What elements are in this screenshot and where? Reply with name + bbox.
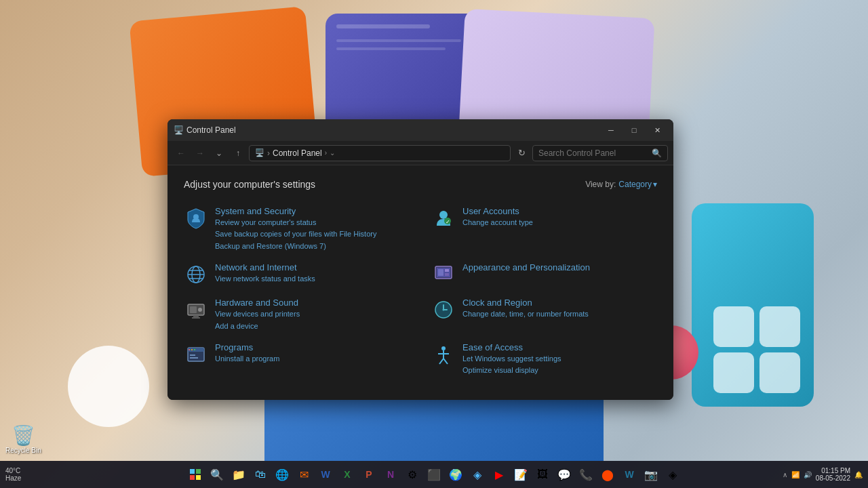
browser3-button[interactable]: 🌍 <box>446 465 465 484</box>
youtube-button[interactable]: ▶ <box>490 465 509 484</box>
system-security-name[interactable]: System and Security <box>215 206 376 216</box>
category-clock[interactable]: Clock and Region Change date, time, or n… <box>431 298 657 331</box>
photos-button[interactable]: 🖼 <box>533 465 552 484</box>
hardware-name[interactable]: Hardware and Sound <box>215 298 300 308</box>
current-time: 01:15 PM <box>821 467 850 474</box>
minimize-button[interactable]: ─ <box>600 123 622 137</box>
navigation-bar: ← → ⌄ ↑ 🖥️ › Control Panel › ⌄ ↻ 🔍 <box>167 141 673 165</box>
svg-line-34 <box>443 359 448 364</box>
weather-widget: 40°C Haze <box>5 467 21 482</box>
system-security-text: System and Security Review your computer… <box>215 206 376 251</box>
edge-button[interactable]: 🌐 <box>273 465 292 484</box>
svg-rect-36 <box>196 469 201 474</box>
hardware-link-2[interactable]: Add a device <box>215 321 300 331</box>
network-link-1[interactable]: View network status and tasks <box>215 274 315 284</box>
taskbar: 40°C Haze 🔍 📁 🛍 🌐 ✉ W X P N <box>0 461 868 488</box>
app-button[interactable]: ◈ <box>663 465 682 484</box>
svg-rect-24 <box>188 348 204 352</box>
close-button[interactable]: ✕ <box>646 123 668 137</box>
ease-access-link-1[interactable]: Let Windows suggest settings <box>462 354 561 364</box>
view-by-dropdown[interactable]: Category ▾ <box>618 180 657 189</box>
address-bar-icon: 🖥️ <box>255 148 264 157</box>
network-name[interactable]: Network and Internet <box>215 262 315 272</box>
search-bar[interactable]: 🔍 <box>532 145 668 161</box>
ease-access-icon <box>431 342 456 367</box>
category-network[interactable]: Network and Internet View network status… <box>184 262 410 287</box>
category-programs[interactable]: Programs Uninstall a program <box>184 342 410 376</box>
mail-button[interactable]: ✉ <box>294 465 313 484</box>
wp-button[interactable]: W <box>620 465 639 484</box>
appearance-icon <box>431 262 456 287</box>
system-security-link-3[interactable]: Backup and Restore (Windows 7) <box>215 241 376 251</box>
clock-icon <box>431 298 456 322</box>
store-button[interactable]: 🛍 <box>251 465 270 484</box>
category-appearance[interactable]: Appearance and Personalization <box>431 262 657 287</box>
programs-link-1[interactable]: Uninstall a program <box>215 354 279 364</box>
user-accounts-name[interactable]: User Accounts <box>462 206 533 216</box>
category-user-accounts[interactable]: ✓ User Accounts Change account type <box>431 206 657 251</box>
svg-line-33 <box>439 359 443 364</box>
appearance-name[interactable]: Appearance and Personalization <box>462 262 590 272</box>
word-button[interactable]: W <box>316 465 335 484</box>
terminal-button[interactable]: ⬛ <box>425 465 443 484</box>
wifi-icon[interactable]: 📶 <box>791 471 800 479</box>
user-accounts-icon: ✓ <box>431 206 456 230</box>
search-icon[interactable]: 🔍 <box>652 148 662 158</box>
ease-access-text: Ease of Access Let Windows suggest setti… <box>462 342 561 376</box>
vscode-button[interactable]: ◈ <box>468 465 487 484</box>
system-security-link-2[interactable]: Save backup copies of your files with Fi… <box>215 229 376 239</box>
svg-rect-18 <box>192 317 200 319</box>
reddit-button[interactable]: ⬤ <box>598 465 617 484</box>
taskbar-center: 🔍 📁 🛍 🌐 ✉ W X P N ⚙ ⬛ 🌍 ◈ ▶ 📝 🖼 💬 📞 ⬤ W … <box>186 465 682 484</box>
category-system-security[interactable]: System and Security Review your computer… <box>184 206 410 251</box>
ppt-button[interactable]: P <box>359 465 378 484</box>
clock-widget[interactable]: 01:15 PM 08-05-2022 <box>816 467 850 482</box>
svg-point-16 <box>198 308 202 312</box>
user-accounts-link-1[interactable]: Change account type <box>462 218 533 228</box>
address-bar[interactable]: 🖥️ › Control Panel › ⌄ <box>249 145 511 161</box>
control-panel-window: 🖥️ Control Panel ─ □ ✕ ← → ⌄ ↑ 🖥️ › Cont… <box>167 119 673 400</box>
category-ease-access[interactable]: Ease of Access Let Windows suggest setti… <box>431 342 657 376</box>
excel-button[interactable]: X <box>338 465 357 484</box>
network-icon <box>184 262 208 287</box>
ease-access-name[interactable]: Ease of Access <box>462 342 561 352</box>
volume-icon[interactable]: 🔊 <box>804 471 812 479</box>
clock-link-1[interactable]: Change date, time, or number formats <box>462 309 589 319</box>
phone-button[interactable]: 📞 <box>576 465 595 484</box>
hardware-icon <box>184 298 208 322</box>
notification-button[interactable]: 🔔 <box>854 471 863 479</box>
start-button[interactable] <box>186 465 205 484</box>
user-accounts-text: User Accounts Change account type <box>462 206 533 228</box>
clock-name[interactable]: Clock and Region <box>462 298 589 308</box>
search-input[interactable] <box>538 148 649 158</box>
search-taskbar-button[interactable]: 🔍 <box>208 465 226 484</box>
programs-icon <box>184 342 208 367</box>
desktop: 🗑️ Recycle Bin 🖥️ Control Panel ─ □ ✕ ← … <box>0 0 868 488</box>
weather-temp: 40°C <box>5 467 21 474</box>
appearance-text: Appearance and Personalization <box>462 262 590 272</box>
current-date: 08-05-2022 <box>816 474 850 482</box>
forward-button[interactable]: → <box>192 145 208 161</box>
category-hardware[interactable]: Hardware and Sound View devices and prin… <box>184 298 410 331</box>
address-more-arrow: › <box>325 149 327 157</box>
system-security-link-1[interactable]: Review your computer's status <box>215 218 376 228</box>
settings3-button[interactable]: ⚙ <box>403 465 422 484</box>
up-button[interactable]: ↑ <box>230 145 246 161</box>
ease-access-link-2[interactable]: Optimize visual display <box>462 365 561 375</box>
onenote-button[interactable]: N <box>381 465 400 484</box>
recent-locations-button[interactable]: ⌄ <box>211 145 227 161</box>
back-button[interactable]: ← <box>173 145 189 161</box>
refresh-button[interactable]: ↻ <box>513 145 530 161</box>
clock-text: Clock and Region Change date, time, or n… <box>462 298 589 319</box>
recycle-bin[interactable]: 🗑️ Recycle Bin <box>5 424 41 454</box>
maximize-button[interactable]: □ <box>623 123 645 137</box>
address-dropdown-arrow[interactable]: ⌄ <box>330 149 335 157</box>
svg-rect-12 <box>445 269 449 272</box>
file-explorer-button[interactable]: 📁 <box>229 465 248 484</box>
camera-button[interactable]: 📷 <box>642 465 660 484</box>
notepad-button[interactable]: 📝 <box>511 465 530 484</box>
whatsapp-button[interactable]: 💬 <box>555 465 574 484</box>
svg-rect-17 <box>193 315 199 317</box>
programs-name[interactable]: Programs <box>215 342 279 352</box>
hardware-link-1[interactable]: View devices and printers <box>215 309 300 319</box>
